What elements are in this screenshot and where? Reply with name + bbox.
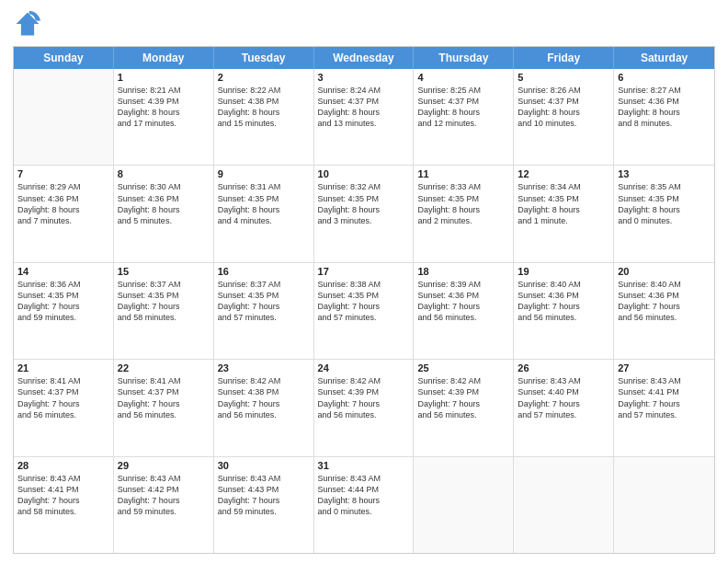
day-number: 22: [118, 362, 210, 373]
day-number: 12: [518, 168, 609, 179]
day-number: 11: [417, 168, 509, 179]
header-day-thursday: Thursday: [414, 47, 514, 69]
cell-info: Sunrise: 8:42 AM Sunset: 4:39 PM Dayligh…: [417, 375, 509, 420]
cell-info: Sunrise: 8:42 AM Sunset: 4:39 PM Dayligh…: [318, 375, 410, 420]
cell-info: Sunrise: 8:43 AM Sunset: 4:42 PM Dayligh…: [118, 473, 210, 518]
calendar-body: 1Sunrise: 8:21 AM Sunset: 4:39 PM Daylig…: [14, 69, 714, 553]
day-number: 26: [518, 362, 609, 373]
day-number: 2: [218, 72, 310, 83]
header-day-sunday: Sunday: [14, 47, 114, 69]
day-number: 6: [618, 72, 711, 83]
cell-info: Sunrise: 8:29 AM Sunset: 4:36 PM Dayligh…: [17, 181, 109, 226]
calendar-cell: 2Sunrise: 8:22 AM Sunset: 4:38 PM Daylig…: [214, 69, 314, 165]
calendar-cell: 26Sunrise: 8:43 AM Sunset: 4:40 PM Dayli…: [514, 360, 614, 455]
calendar-row-0: 1Sunrise: 8:21 AM Sunset: 4:39 PM Daylig…: [14, 69, 714, 166]
calendar-cell: 19Sunrise: 8:40 AM Sunset: 4:36 PM Dayli…: [514, 263, 614, 359]
calendar-cell: 24Sunrise: 8:42 AM Sunset: 4:39 PM Dayli…: [314, 360, 415, 455]
calendar-cell: 27Sunrise: 8:43 AM Sunset: 4:41 PM Dayli…: [614, 360, 714, 455]
calendar-cell: 14Sunrise: 8:36 AM Sunset: 4:35 PM Dayli…: [14, 263, 114, 359]
cell-info: Sunrise: 8:43 AM Sunset: 4:44 PM Dayligh…: [318, 473, 410, 518]
day-number: 10: [318, 168, 410, 179]
day-number: 23: [218, 362, 310, 373]
calendar-cell: 6Sunrise: 8:27 AM Sunset: 4:36 PM Daylig…: [614, 69, 714, 165]
calendar-cell: 21Sunrise: 8:41 AM Sunset: 4:37 PM Dayli…: [14, 360, 114, 455]
cell-info: Sunrise: 8:22 AM Sunset: 4:38 PM Dayligh…: [218, 85, 310, 130]
calendar-cell: 28Sunrise: 8:43 AM Sunset: 4:41 PM Dayli…: [14, 457, 114, 553]
page: SundayMondayTuesdayWednesdayThursdayFrid…: [0, 0, 728, 563]
calendar-row-4: 28Sunrise: 8:43 AM Sunset: 4:41 PM Dayli…: [14, 457, 714, 553]
calendar-header: SundayMondayTuesdayWednesdayThursdayFrid…: [14, 47, 714, 69]
cell-info: Sunrise: 8:43 AM Sunset: 4:41 PM Dayligh…: [618, 375, 711, 420]
day-number: 18: [417, 266, 509, 277]
calendar-cell: [514, 457, 614, 553]
cell-info: Sunrise: 8:33 AM Sunset: 4:35 PM Dayligh…: [417, 181, 509, 226]
cell-info: Sunrise: 8:27 AM Sunset: 4:36 PM Dayligh…: [618, 85, 711, 130]
day-number: 14: [17, 266, 109, 277]
calendar-cell: [614, 457, 714, 553]
day-number: 4: [417, 72, 509, 83]
logo: [13, 9, 46, 39]
day-number: 30: [218, 460, 310, 471]
calendar-cell: 1Sunrise: 8:21 AM Sunset: 4:39 PM Daylig…: [114, 69, 214, 165]
calendar-cell: [414, 457, 514, 553]
cell-info: Sunrise: 8:43 AM Sunset: 4:43 PM Dayligh…: [218, 473, 310, 518]
day-number: 19: [518, 266, 609, 277]
cell-info: Sunrise: 8:34 AM Sunset: 4:35 PM Dayligh…: [518, 181, 609, 226]
cell-info: Sunrise: 8:21 AM Sunset: 4:39 PM Dayligh…: [118, 85, 210, 130]
day-number: 7: [17, 168, 109, 179]
calendar-cell: [14, 69, 114, 165]
cell-info: Sunrise: 8:39 AM Sunset: 4:36 PM Dayligh…: [417, 279, 509, 324]
day-number: 8: [118, 168, 210, 179]
calendar: SundayMondayTuesdayWednesdayThursdayFrid…: [13, 46, 715, 554]
cell-info: Sunrise: 8:35 AM Sunset: 4:35 PM Dayligh…: [618, 181, 711, 226]
day-number: 3: [318, 72, 410, 83]
day-number: 1: [118, 72, 210, 83]
day-number: 29: [118, 460, 210, 471]
calendar-cell: 5Sunrise: 8:26 AM Sunset: 4:37 PM Daylig…: [514, 69, 614, 165]
day-number: 16: [218, 266, 310, 277]
cell-info: Sunrise: 8:42 AM Sunset: 4:38 PM Dayligh…: [218, 375, 310, 420]
cell-info: Sunrise: 8:25 AM Sunset: 4:37 PM Dayligh…: [417, 85, 509, 130]
day-number: 13: [618, 168, 711, 179]
day-number: 27: [618, 362, 711, 373]
day-number: 21: [17, 362, 109, 373]
day-number: 17: [318, 266, 410, 277]
logo-icon: [13, 9, 42, 39]
calendar-cell: 11Sunrise: 8:33 AM Sunset: 4:35 PM Dayli…: [414, 166, 514, 261]
calendar-cell: 18Sunrise: 8:39 AM Sunset: 4:36 PM Dayli…: [414, 263, 514, 359]
header-day-saturday: Saturday: [614, 47, 714, 69]
calendar-cell: 31Sunrise: 8:43 AM Sunset: 4:44 PM Dayli…: [314, 457, 415, 553]
day-number: 25: [417, 362, 509, 373]
day-number: 31: [318, 460, 410, 471]
cell-info: Sunrise: 8:37 AM Sunset: 4:35 PM Dayligh…: [218, 279, 310, 324]
day-number: 28: [17, 460, 109, 471]
cell-info: Sunrise: 8:26 AM Sunset: 4:37 PM Dayligh…: [518, 85, 609, 130]
header-day-friday: Friday: [514, 47, 614, 69]
calendar-cell: 8Sunrise: 8:30 AM Sunset: 4:36 PM Daylig…: [114, 166, 214, 261]
calendar-cell: 7Sunrise: 8:29 AM Sunset: 4:36 PM Daylig…: [14, 166, 114, 261]
calendar-cell: 9Sunrise: 8:31 AM Sunset: 4:35 PM Daylig…: [214, 166, 314, 261]
header-day-monday: Monday: [114, 47, 214, 69]
calendar-cell: 25Sunrise: 8:42 AM Sunset: 4:39 PM Dayli…: [414, 360, 514, 455]
calendar-row-1: 7Sunrise: 8:29 AM Sunset: 4:36 PM Daylig…: [14, 166, 714, 262]
cell-info: Sunrise: 8:41 AM Sunset: 4:37 PM Dayligh…: [17, 375, 109, 420]
calendar-cell: 12Sunrise: 8:34 AM Sunset: 4:35 PM Dayli…: [514, 166, 614, 261]
calendar-row-2: 14Sunrise: 8:36 AM Sunset: 4:35 PM Dayli…: [14, 263, 714, 360]
calendar-cell: 15Sunrise: 8:37 AM Sunset: 4:35 PM Dayli…: [114, 263, 214, 359]
day-number: 9: [218, 168, 310, 179]
cell-info: Sunrise: 8:32 AM Sunset: 4:35 PM Dayligh…: [318, 181, 410, 226]
cell-info: Sunrise: 8:31 AM Sunset: 4:35 PM Dayligh…: [218, 181, 310, 226]
cell-info: Sunrise: 8:40 AM Sunset: 4:36 PM Dayligh…: [618, 279, 711, 324]
cell-info: Sunrise: 8:38 AM Sunset: 4:35 PM Dayligh…: [318, 279, 410, 324]
header: [13, 9, 715, 39]
calendar-cell: 4Sunrise: 8:25 AM Sunset: 4:37 PM Daylig…: [414, 69, 514, 165]
header-day-wednesday: Wednesday: [314, 47, 415, 69]
calendar-cell: 23Sunrise: 8:42 AM Sunset: 4:38 PM Dayli…: [214, 360, 314, 455]
calendar-cell: 20Sunrise: 8:40 AM Sunset: 4:36 PM Dayli…: [614, 263, 714, 359]
day-number: 5: [518, 72, 609, 83]
calendar-cell: 16Sunrise: 8:37 AM Sunset: 4:35 PM Dayli…: [214, 263, 314, 359]
calendar-cell: 3Sunrise: 8:24 AM Sunset: 4:37 PM Daylig…: [314, 69, 415, 165]
header-day-tuesday: Tuesday: [214, 47, 314, 69]
cell-info: Sunrise: 8:43 AM Sunset: 4:41 PM Dayligh…: [17, 473, 109, 518]
calendar-cell: 30Sunrise: 8:43 AM Sunset: 4:43 PM Dayli…: [214, 457, 314, 553]
